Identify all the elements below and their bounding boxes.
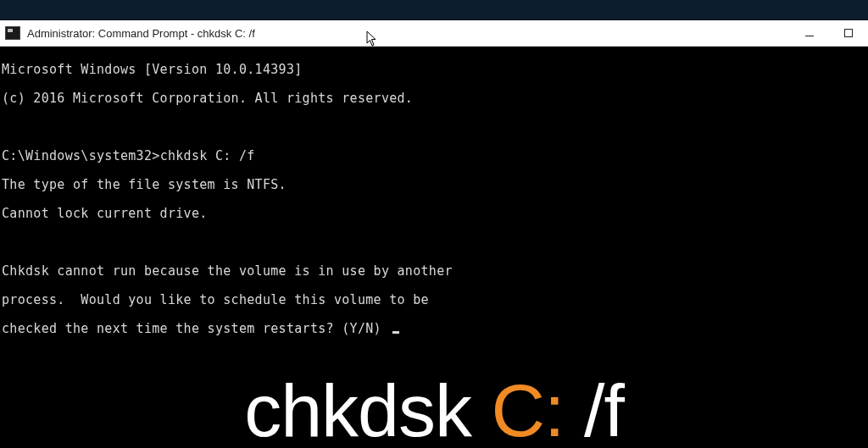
console-line-command: C:\Windows\system32>chkdsk C: /f — [0, 149, 868, 163]
console-line-question: checked the next time the system restart… — [0, 322, 868, 336]
prompt-path: C:\Windows\system32> — [2, 148, 160, 163]
cmd-icon — [5, 26, 20, 40]
console-line-copyright: (c) 2016 Microsoft Corporation. All righ… — [0, 91, 868, 106]
console-line-blank2 — [0, 235, 868, 250]
command-prompt-window: Administrator: Command Prompt - chkdsk C… — [0, 20, 868, 448]
desktop: Administrator: Command Prompt - chkdsk C… — [0, 0, 868, 448]
console-line-blank1 — [0, 120, 868, 135]
maximize-button[interactable] — [829, 20, 868, 46]
text-cursor — [392, 331, 399, 334]
titlebar[interactable]: Administrator: Command Prompt - chkdsk C… — [0, 20, 868, 47]
window-controls — [790, 20, 868, 46]
console-line-lock: Cannot lock current drive. — [0, 207, 868, 221]
console-line-sched: process. Would you like to schedule this… — [0, 293, 868, 307]
console-output[interactable]: Microsoft Windows [Version 10.0.14393] (… — [0, 47, 868, 448]
console-line-fs: The type of the file system is NTFS. — [0, 178, 868, 192]
mouse-cursor-icon — [366, 30, 378, 47]
minimize-button[interactable] — [790, 20, 829, 46]
console-line-version: Microsoft Windows [Version 10.0.14393] — [0, 63, 868, 77]
entered-command: chkdsk C: /f — [160, 148, 255, 163]
window-title: Administrator: Command Prompt - chkdsk C… — [27, 27, 255, 40]
console-line-inuse: Chkdsk cannot run because the volume is … — [0, 264, 868, 279]
